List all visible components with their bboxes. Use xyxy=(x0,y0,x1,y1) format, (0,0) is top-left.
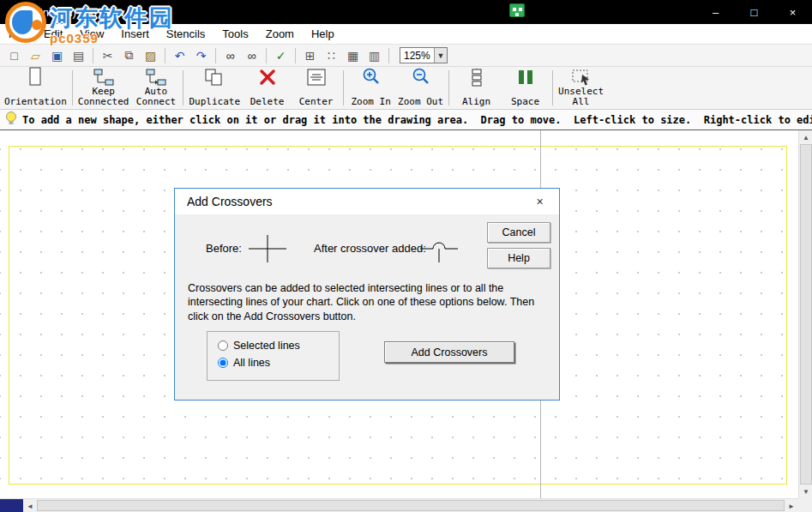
zoom-out-button[interactable]: Zoom Out xyxy=(395,68,446,108)
menu-bar: File Edit View Insert Stencils Tools Zoo… xyxy=(0,24,812,45)
center-button[interactable]: Center xyxy=(292,68,340,108)
zoom-out-icon xyxy=(411,66,431,87)
scroll-up-icon[interactable]: ▲ xyxy=(799,130,812,144)
zoom-level-select[interactable]: 125% ▼ xyxy=(400,47,448,63)
title-bar: (Untitled) - RFFlow – □ × xyxy=(0,0,812,24)
help-button[interactable]: Help xyxy=(487,248,550,268)
vertical-scrollbar-thumb[interactable] xyxy=(800,144,812,485)
duplicate-icon xyxy=(204,68,225,87)
toolbar-separator xyxy=(448,70,449,105)
radio-all-lines-input[interactable] xyxy=(218,358,228,368)
unselect-all-icon xyxy=(571,68,592,87)
dialog-title: Add Crossovers xyxy=(187,195,273,208)
before-label: Before: xyxy=(206,242,242,255)
grid-dots-icon[interactable]: ∷ xyxy=(321,46,342,64)
toolbar-separator xyxy=(388,48,389,63)
menu-tools[interactable]: Tools xyxy=(214,25,256,43)
orientation-button[interactable]: Orientation xyxy=(2,68,69,108)
menu-zoom[interactable]: Zoom xyxy=(257,25,303,43)
after-label: After crossover added: xyxy=(314,242,426,255)
dialog-body-text: Crossovers can be added to selected inte… xyxy=(188,281,551,323)
scroll-left-icon[interactable]: ◄ xyxy=(23,499,37,512)
menu-stencils[interactable]: Stencils xyxy=(158,25,214,43)
stencil-palette-icon[interactable]: ⊞ xyxy=(299,46,321,64)
auto-connect-icon xyxy=(146,68,166,87)
radio-all-lines[interactable]: All lines xyxy=(218,357,339,369)
cancel-button[interactable]: Cancel xyxy=(487,222,550,243)
scrollbar-corner xyxy=(798,498,812,512)
scroll-right-icon[interactable]: ► xyxy=(785,499,798,512)
add-crossovers-dialog: Add Crossovers × Before: After crossover… xyxy=(174,188,560,401)
delete-icon xyxy=(258,68,277,87)
dialog-close-icon[interactable]: × xyxy=(520,189,559,214)
unselect-all-button[interactable]: Unselect All xyxy=(556,68,606,108)
space-icon xyxy=(515,68,536,87)
toolbar-separator xyxy=(343,70,344,105)
snap-grid-icon[interactable]: ▦ xyxy=(342,46,364,64)
standard-toolbar: □ ▱ ▣ ▤ ✂ ⧉ ▨ ↶ ↷ ∞ ∞ ✓ ⊞ ∷ ▦ ▥ 125% ▼ xyxy=(0,45,812,67)
toolbar-separator xyxy=(165,48,165,63)
toolbar-separator xyxy=(552,70,553,105)
align-button[interactable]: Align xyxy=(452,68,501,108)
vertical-scrollbar[interactable]: ▲ ▼ xyxy=(798,130,812,498)
align-icon xyxy=(466,68,487,87)
save-icon[interactable]: ▣ xyxy=(46,46,68,64)
zoom-in-icon xyxy=(361,66,382,87)
table-icon[interactable]: ▥ xyxy=(364,46,385,64)
center-icon xyxy=(306,68,327,87)
chevron-down-icon[interactable]: ▼ xyxy=(434,48,447,63)
copy-icon[interactable]: ⧉ xyxy=(118,46,140,64)
radio-selected-lines[interactable]: Selected lines xyxy=(218,340,339,352)
menu-edit[interactable]: Edit xyxy=(35,25,71,43)
new-icon[interactable]: □ xyxy=(3,46,25,64)
after-crossover-icon xyxy=(417,232,461,265)
horizontal-scrollbar[interactable]: ◄ ► xyxy=(0,498,798,512)
hint-text: To add a new shape, either click on it o… xyxy=(22,114,812,126)
horizontal-scrollbar-thumb[interactable] xyxy=(37,500,785,511)
find-next-icon[interactable]: ∞ xyxy=(241,46,262,64)
duplicate-button[interactable]: Duplicate xyxy=(186,68,243,108)
menu-insert[interactable]: Insert xyxy=(112,25,158,43)
add-crossovers-button[interactable]: Add Crossovers xyxy=(384,341,514,363)
maximize-button[interactable]: □ xyxy=(735,0,773,24)
menu-help[interactable]: Help xyxy=(303,25,343,43)
close-button[interactable]: × xyxy=(773,0,812,24)
spellcheck-icon[interactable]: ✓ xyxy=(270,46,292,64)
green-badge-icon xyxy=(509,3,525,17)
open-icon[interactable]: ▱ xyxy=(25,46,46,64)
minimize-button[interactable]: – xyxy=(696,0,735,24)
toolbar-separator xyxy=(183,70,183,105)
window-title: (Untitled) - RFFlow xyxy=(31,6,124,19)
menu-view[interactable]: View xyxy=(71,25,112,43)
print-icon[interactable]: ▤ xyxy=(68,46,89,64)
dialog-title-bar[interactable]: Add Crossovers × xyxy=(175,189,559,214)
hint-bar: To add a new shape, either click on it o… xyxy=(0,110,812,130)
radio-selected-lines-label: Selected lines xyxy=(233,340,300,352)
find-icon[interactable]: ∞ xyxy=(220,46,241,64)
scroll-down-icon[interactable]: ▼ xyxy=(799,485,812,498)
keep-connected-button[interactable]: Keep Connected xyxy=(75,68,132,108)
toolbar-separator xyxy=(266,48,267,63)
toolbar-separator xyxy=(93,48,93,63)
keep-connected-icon xyxy=(93,68,114,87)
before-crossing-lines-icon xyxy=(245,232,290,265)
menu-file[interactable]: File xyxy=(0,25,35,43)
zoom-in-button[interactable]: Zoom In xyxy=(346,68,395,108)
auto-connect-button[interactable]: Auto Connect xyxy=(131,68,180,108)
lightbulb-icon xyxy=(5,111,17,130)
radio-all-lines-label: All lines xyxy=(233,357,270,369)
radio-selected-lines-input[interactable] xyxy=(218,340,228,351)
delete-button[interactable]: Delete xyxy=(243,68,292,108)
lines-option-group: Selected lines All lines xyxy=(207,331,340,381)
shape-toolbar: Orientation Keep Connected Auto Connect … xyxy=(0,67,812,110)
pane-split-box xyxy=(0,499,23,512)
zoom-level-value: 125% xyxy=(400,50,434,62)
cut-icon[interactable]: ✂ xyxy=(97,46,118,64)
toolbar-separator xyxy=(215,48,216,63)
undo-icon[interactable]: ↶ xyxy=(169,46,190,64)
paste-icon[interactable]: ▨ xyxy=(140,46,161,64)
toolbar-separator xyxy=(295,48,296,63)
orientation-icon xyxy=(27,66,44,87)
redo-icon[interactable]: ↷ xyxy=(190,46,212,64)
space-button[interactable]: Space xyxy=(501,68,550,108)
